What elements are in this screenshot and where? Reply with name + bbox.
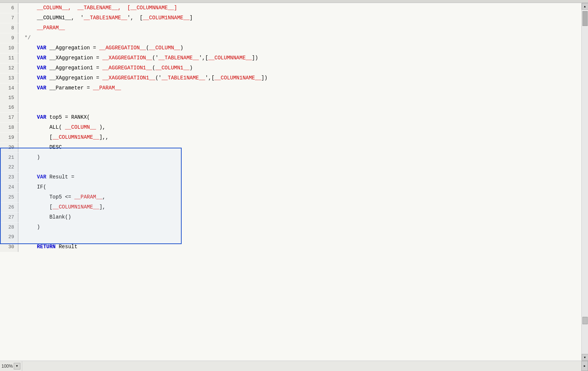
line-content: )	[19, 152, 581, 162]
line-number: 6	[0, 3, 19, 13]
code-token: ])	[261, 75, 268, 81]
line-content: __COLUMN__, __TABLENAME__, [__COLUMNNAME…	[19, 3, 581, 13]
line-content: VAR __Aggregation = __AGGREGATION__(__CO…	[19, 43, 581, 53]
code-line: 18 ALL( __COLUMN__ ),	[0, 122, 581, 132]
code-token	[24, 85, 37, 91]
editor-main: 6 __COLUMN__, __TABLENAME__, [__COLUMNNA…	[0, 3, 588, 361]
code-token: VAR	[37, 75, 46, 81]
code-token: )	[24, 154, 40, 160]
line-number: 9	[0, 33, 19, 43]
code-token	[24, 65, 37, 71]
code-token: ALL(	[24, 124, 65, 130]
code-token: __AGGREGATION__	[99, 45, 146, 51]
code-token: __TABLE1NAME__	[162, 75, 205, 81]
line-number: 28	[0, 223, 19, 232]
code-token: IF(	[24, 184, 46, 190]
line-content: VAR top5 = RANKX(	[19, 112, 581, 122]
code-token: __COLUM1NNAME__	[143, 15, 189, 21]
line-number: 16	[0, 103, 19, 112]
code-token: ('	[155, 75, 162, 81]
line-number: 20	[0, 143, 19, 152]
code-line: 30 RETURN Result	[0, 242, 581, 252]
code-token: __PARAM__	[37, 25, 65, 31]
line-number: 25	[0, 193, 19, 202]
code-line: 8 __PARAM__	[0, 23, 581, 33]
line-content: IF(	[19, 182, 581, 192]
code-token: __Aggregation1 =	[46, 65, 102, 71]
scrollbar-thumb[interactable]	[582, 11, 588, 26]
scroll-up-button[interactable]: ▲	[582, 3, 588, 10]
line-content: )	[19, 222, 581, 232]
zoom-dropdown-icon: ▼	[16, 364, 18, 368]
line-content: VAR Result =	[19, 172, 581, 182]
line-number: 18	[0, 123, 19, 132]
code-token: VAR	[37, 114, 46, 120]
code-token: Top5 <=	[24, 194, 74, 200]
code-token: __PARAM__	[74, 194, 102, 200]
code-token: ', [	[127, 15, 143, 21]
code-token: __TABLENAME__	[158, 55, 199, 61]
code-token: __XAGGREGATION__	[102, 55, 152, 61]
code-token: ],	[99, 204, 106, 210]
code-token: Result =	[46, 174, 75, 180]
line-number: 13	[0, 73, 19, 83]
code-line: 13 VAR __XAggregation = __XAGGREGATION1_…	[0, 73, 581, 83]
code-token: __COLUMN1NAME__	[215, 75, 261, 81]
line-number: 15	[0, 93, 19, 103]
code-token	[24, 25, 37, 31]
code-token: )	[189, 65, 192, 71]
scrollbar-middle[interactable]	[582, 317, 588, 324]
code-token: __COLUMNNAME__	[208, 55, 252, 61]
code-token: VAR	[37, 174, 46, 180]
code-token	[24, 75, 37, 81]
line-number: 29	[0, 232, 19, 242]
code-token: __COLUMN1NAME__	[53, 204, 99, 210]
line-number: 30	[0, 242, 19, 252]
code-token: __XAGGREGATION1__	[102, 75, 155, 81]
code-token: (	[152, 65, 155, 71]
line-content: RETURN Result	[19, 242, 581, 252]
code-token: __XAggregation =	[46, 55, 102, 61]
code-token	[24, 45, 37, 51]
scrollbar-right: ▲ ▼	[581, 3, 588, 361]
scroll-down-button[interactable]: ▼	[582, 354, 588, 361]
code-token: RETURN	[37, 244, 56, 250]
zoom-dropdown-button[interactable]: ▼	[14, 363, 20, 370]
bottom-bar: 100% ▼ ►	[0, 361, 588, 371]
code-token: __COLUMN1__	[155, 65, 189, 71]
code-line: 17 VAR top5 = RANKX(	[0, 112, 581, 122]
code-token: DESC	[24, 144, 62, 150]
code-token: Result	[56, 244, 77, 250]
code-token: __COLUMN__	[65, 124, 96, 130]
horizontal-scroll-area[interactable]	[22, 361, 581, 371]
code-token: __PARAM__	[93, 85, 121, 91]
code-line: 28 )	[0, 222, 581, 232]
code-content: 6 __COLUMN__, __TABLENAME__, [__COLUMNNA…	[0, 3, 581, 252]
code-token: __COLUMN__, __TABLENAME__, [__COLUMNNAME…	[24, 5, 177, 11]
top-tabs-area	[0, 0, 588, 3]
code-line: 29	[0, 232, 581, 242]
code-token: ]	[189, 15, 192, 21]
code-line: 19 [__COLUMN1NAME__],,	[0, 132, 581, 142]
code-token: __TABLE1NAME__	[84, 15, 128, 21]
line-content: VAR __Parameter = __PARAM__	[19, 83, 581, 93]
line-number: 19	[0, 133, 19, 142]
zoom-label: 100%	[1, 364, 13, 369]
code-token	[24, 174, 37, 180]
scrollbar-track[interactable]	[582, 10, 588, 354]
code-token	[24, 244, 37, 250]
code-token: VAR	[37, 45, 46, 51]
line-content: ALL( __COLUMN__ ),	[19, 122, 581, 132]
code-token: ])	[252, 55, 258, 61]
code-token: __COLUMN1__, '	[24, 15, 84, 21]
line-content: __COLUMN1__, '__TABLE1NAME__', [__COLUM1…	[19, 13, 581, 23]
code-area: 6 __COLUMN__, __TABLENAME__, [__COLUMNNA…	[0, 3, 581, 361]
line-number: 7	[0, 13, 19, 23]
code-line: 11 VAR __XAggregation = __XAGGREGATION__…	[0, 53, 581, 63]
scroll-right-button[interactable]: ►	[581, 361, 588, 371]
code-token: __Parameter =	[46, 85, 93, 91]
code-line: 26 [__COLUMN1NAME__],	[0, 202, 581, 212]
code-line: 14 VAR __Parameter = __PARAM__	[0, 83, 581, 93]
code-line: 12 VAR __Aggregation1 = __AGGREGATION1__…	[0, 63, 581, 73]
scroll-right-icon: ►	[584, 364, 586, 368]
